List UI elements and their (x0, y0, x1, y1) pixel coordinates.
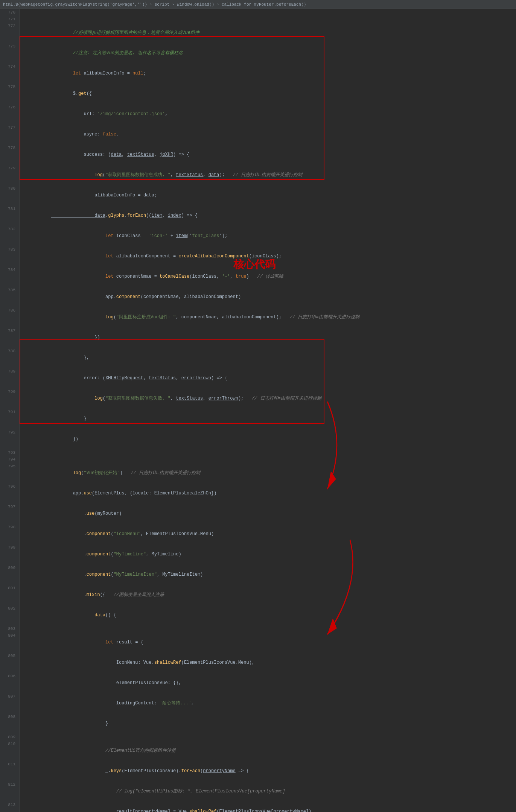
code-line: 805 IconMenu: Vue.shallowRef(ElementPlus… (0, 652, 516, 673)
code-line: 776 url: '/img/icon/iconfont.json', (0, 104, 516, 124)
code-line: 798 .component("IconMenu", ElementPlusIc… (0, 524, 516, 544)
code-line: 773 //注意: 注入给Vue的变量名, 组件名不可含有横杠名 (0, 43, 516, 63)
code-line: 770 (0, 9, 516, 16)
code-line: 792 }) (0, 429, 516, 449)
code-line: 800 .component("MyTimelineItem", MyTimel… (0, 564, 516, 585)
code-line: 780 alibabaIconInfo = data; (0, 185, 516, 205)
code-line: 796 app.use(ElementPlus, {locale: Elemen… (0, 483, 516, 503)
code-line: 790 log("获取阿里图标数据信息失败, ", textStatus, er… (0, 388, 516, 409)
code-lines: 770 771 772 //必须同步进行解析阿里图片的信息，然后全局注入成Vue… (0, 9, 516, 812)
editor-container: html.${webPageConfig.graySwitchFlag?stri… (0, 0, 516, 812)
code-line: 802 data() { (0, 605, 516, 625)
code-line: 797 .use(myRouter) (0, 503, 516, 524)
annotation-label: 核心代码 (233, 257, 276, 272)
code-wrapper[interactable]: 核心代码 770 771 772 //必须同步进行解析阿里图片的信息，然后全局注… (0, 9, 516, 812)
code-line: 806 elementPlusIconsVue: {}, (0, 673, 516, 693)
code-line: 807 loadingContent: '耐心等待...', (0, 693, 516, 713)
code-line: 810 //ElementUi官方的图标组件注册 (0, 741, 516, 761)
code-line: 794 (0, 456, 516, 463)
code-line: 791 } (0, 409, 516, 429)
code-line: 799 .component("MyTimeline", MyTimeline) (0, 544, 516, 564)
code-line: 813 result[propertyName] = Vue.shallowRe… (0, 801, 516, 812)
code-line: 789 error: (XMLHttpRequest, textStatus, … (0, 368, 516, 388)
breadcrumb-bar: html.${webPageConfig.graySwitchFlag?stri… (0, 0, 516, 9)
code-line: 781 data.glyphs.forEach((item, index) =>… (0, 205, 516, 226)
code-line: 787 }) (0, 327, 516, 348)
code-line: 786 log("阿里图标注册成Vue组件: ", componentNmae,… (0, 307, 516, 327)
code-line: 809 (0, 734, 516, 741)
breadcrumb-text: html.${webPageConfig.graySwitchFlag?stri… (3, 2, 306, 7)
code-line: 788 }, (0, 348, 516, 368)
code-line: 772 //必须同步进行解析阿里图片的信息，然后全局注入成Vue组件 (0, 23, 516, 43)
code-line: 777 async: false, (0, 124, 516, 144)
code-line: 803 (0, 625, 516, 632)
code-line: 795 log("Vue初始化开始") // 日志打印=由前端开关进行控制 (0, 463, 516, 483)
code-line: 811 _.keys(ElementPlusIconsVue).forEach(… (0, 761, 516, 781)
code-line: 775 $.get({ (0, 84, 516, 104)
code-line: 793 (0, 449, 516, 456)
code-line: 801 .mixin({ //图标变量全局混入注册 (0, 585, 516, 605)
code-line: 804 let result = { (0, 632, 516, 652)
code-line: 785 app.component(componentNmae, alibaba… (0, 287, 516, 307)
code-line: 779 log("获取阿里图标数据信息成功, ", textStatus, da… (0, 165, 516, 185)
code-line: 771 (0, 16, 516, 23)
code-line: 812 // log("elementUiPlus图标: ", ElementP… (0, 781, 516, 801)
code-line: 774 let alibabaIconInfo = null; (0, 63, 516, 84)
code-line: 808 } (0, 713, 516, 734)
code-line: 778 success: (data, textStatus, jqXHR) =… (0, 144, 516, 165)
code-line: 782 let iconClass = 'icon-' + item['font… (0, 226, 516, 246)
